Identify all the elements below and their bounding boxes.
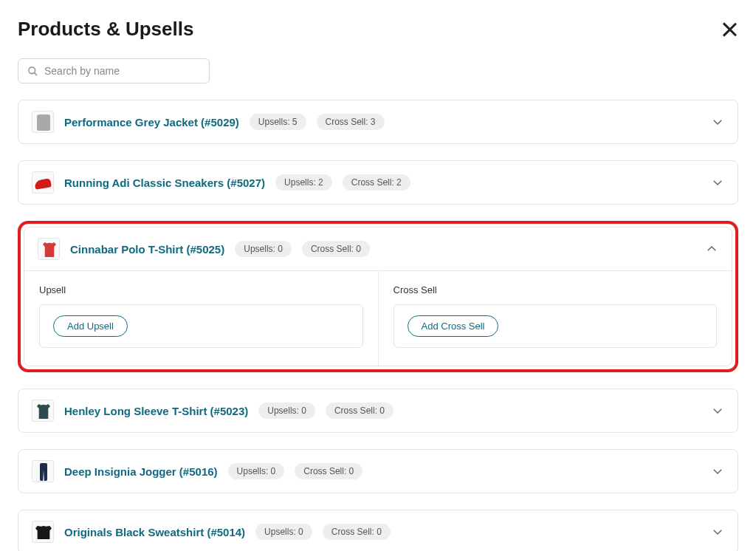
svg-line-1 xyxy=(34,72,37,75)
product-thumbnail xyxy=(32,171,54,194)
product-name: Performance Grey Jacket (#5029) xyxy=(64,116,239,129)
product-row: Running Adi Classic Sneakers (#5027)Upse… xyxy=(18,160,738,205)
product-header[interactable]: Henley Long Sleeve T-Shirt (#5023)Upsell… xyxy=(18,389,738,432)
product-name: Originals Black Sweatshirt (#5014) xyxy=(64,526,245,538)
product-row: Henley Long Sleeve T-Shirt (#5023)Upsell… xyxy=(18,389,738,433)
product-name: Cinnabar Polo T-Shirt (#5025) xyxy=(70,243,224,256)
product-row: Performance Grey Jacket (#5029)Upsells: … xyxy=(18,100,738,144)
cross-sell-badge: Cross Sell: 0 xyxy=(323,524,391,540)
cross-sell-badge: Cross Sell: 0 xyxy=(302,241,370,257)
product-header[interactable]: Performance Grey Jacket (#5029)Upsells: … xyxy=(18,100,738,143)
product-header[interactable]: Deep Insignia Jogger (#5016)Upsells: 0Cr… xyxy=(18,450,738,493)
product-name: Henley Long Sleeve T-Shirt (#5023) xyxy=(64,405,248,417)
upsells-badge: Upsells: 0 xyxy=(228,463,285,479)
cross-sell-label: Cross Sell xyxy=(394,284,718,295)
upsells-badge: Upsells: 0 xyxy=(235,241,292,257)
add-cross-sell-button[interactable]: Add Cross Sell xyxy=(408,315,499,337)
upsell-column: UpsellAdd Upsell xyxy=(24,271,378,366)
highlighted-frame: Cinnabar Polo T-Shirt (#5025)Upsells: 0C… xyxy=(18,221,738,372)
search-box[interactable] xyxy=(18,58,210,83)
chevron-down-icon xyxy=(711,465,724,478)
upsells-badge: Upsells: 5 xyxy=(250,114,306,130)
chevron-down-icon xyxy=(711,115,724,129)
chevron-down-icon xyxy=(711,404,724,417)
expanded-body: UpsellAdd UpsellCross SellAdd Cross Sell xyxy=(24,270,732,366)
chevron-down-icon xyxy=(711,525,724,538)
product-thumbnail xyxy=(32,460,54,482)
upsells-badge: Upsells: 2 xyxy=(275,174,332,191)
product-header[interactable]: Cinnabar Polo T-Shirt (#5025)Upsells: 0C… xyxy=(24,227,732,270)
upsell-label: Upsell xyxy=(39,284,363,295)
product-row: Deep Insignia Jogger (#5016)Upsells: 0Cr… xyxy=(18,449,738,493)
page-title: Products & Upsells xyxy=(18,18,193,41)
search-input[interactable] xyxy=(44,65,200,77)
close-icon[interactable] xyxy=(721,21,738,38)
product-thumbnail xyxy=(32,521,54,543)
add-upsell-button[interactable]: Add Upsell xyxy=(53,315,128,337)
cross-sell-badge: Cross Sell: 0 xyxy=(295,463,362,479)
cross-sell-badge: Cross Sell: 0 xyxy=(326,403,394,419)
product-row: Cinnabar Polo T-Shirt (#5025)Upsells: 0C… xyxy=(24,227,732,366)
chevron-down-icon xyxy=(711,176,724,189)
cross-sell-badge: Cross Sell: 3 xyxy=(317,114,385,130)
product-row: Originals Black Sweatshirt (#5014)Upsell… xyxy=(18,510,738,551)
svg-point-0 xyxy=(29,66,35,73)
cross-sell-column: Cross SellAdd Cross Sell xyxy=(378,271,732,366)
upsells-badge: Upsells: 0 xyxy=(255,524,312,540)
product-thumbnail xyxy=(32,111,54,133)
product-name: Running Adi Classic Sneakers (#5027) xyxy=(64,177,265,189)
search-icon xyxy=(27,66,38,77)
upsells-badge: Upsells: 0 xyxy=(258,403,315,419)
product-thumbnail xyxy=(38,238,60,260)
chevron-up-icon xyxy=(705,242,718,256)
product-header[interactable]: Running Adi Classic Sneakers (#5027)Upse… xyxy=(18,161,738,204)
upsell-well: Add Upsell xyxy=(39,304,363,348)
product-header[interactable]: Originals Black Sweatshirt (#5014)Upsell… xyxy=(18,510,738,551)
cross-sell-well: Add Cross Sell xyxy=(394,304,718,348)
product-thumbnail xyxy=(32,400,54,422)
product-name: Deep Insignia Jogger (#5016) xyxy=(64,465,218,478)
cross-sell-badge: Cross Sell: 2 xyxy=(343,174,410,191)
